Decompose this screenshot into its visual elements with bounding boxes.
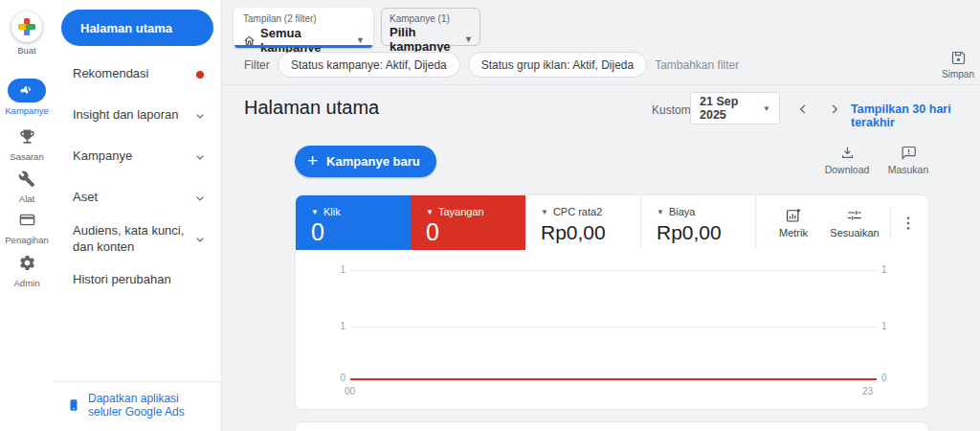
scorecard-label: Biaya [669, 206, 696, 217]
chevron-down-icon [192, 149, 208, 165]
new-campaign-button[interactable]: + Kampanye baru [295, 146, 436, 177]
mobile-app-link[interactable]: Dapatkan aplikasi seluler Google Ads [54, 381, 221, 431]
nav-item-aset[interactable]: Aset [54, 177, 221, 218]
rail-item-alat[interactable]: Alat [0, 167, 54, 204]
metrics-label: Metrik [779, 227, 808, 238]
tune-sliders-icon [846, 207, 863, 224]
create-button[interactable]: Buat [0, 11, 54, 56]
scorecard-row: ▼Klik 0 ▼Tayangan 0 ▼CPC rata2 Rp0,00 ▼B… [296, 195, 928, 250]
scorecard-value: Rp0,00 [541, 221, 640, 244]
y-axis-tick-right: 1 [881, 264, 902, 275]
gridline [350, 270, 877, 271]
y-axis-tick-left: 1 [324, 264, 345, 275]
previous-date-arrow[interactable] [794, 101, 812, 118]
new-campaign-label: Kampanye baru [326, 154, 420, 169]
filter-chip-status-grup-iklan[interactable]: Status grup iklan: Aktif, Dijeda [468, 52, 647, 78]
save-label: Simpan [942, 69, 974, 79]
campaign-selector[interactable]: Kampanye (1) Pilih kampanye ▼ [381, 8, 480, 46]
app-rail: Buat Kampanye Sasaran Alat Penagihan [0, 0, 54, 431]
save-icon [950, 50, 967, 66]
performance-chart[interactable]: 1 1 0 1 1 0 00 23 [296, 250, 928, 411]
nav-item-histori-perubahan[interactable]: Histori perubahan [54, 260, 221, 301]
chevron-down-icon [192, 191, 208, 206]
header-divider [222, 84, 980, 85]
scorecard-biaya[interactable]: ▼Biaya Rp0,00 [640, 195, 755, 250]
show-last-30-days-link[interactable]: Tampilkan 30 hari terakhir [851, 102, 980, 129]
trophy-icon [8, 125, 46, 148]
dropdown-arrow-icon: ▼ [356, 35, 365, 45]
nav-item-rekomendasi[interactable]: Rekomendasi [54, 54, 221, 95]
download-button[interactable]: Download [815, 145, 879, 175]
dropdown-arrow-icon: ▼ [464, 34, 473, 44]
rail-label-alat: Alat [19, 193, 34, 204]
rail-item-admin[interactable]: Admin [0, 251, 54, 288]
plus-icon: + [307, 151, 318, 170]
rail-label-admin: Admin [14, 278, 40, 288]
chart-metrics-icon [785, 207, 802, 224]
view-selector-value: Semua kampanye [260, 26, 351, 55]
date-mode-label: Kustom [652, 103, 691, 117]
nav-item-insight-dan-laporan[interactable]: Insight dan laporan [54, 95, 221, 136]
feedback-label: Masukan [888, 164, 929, 175]
create-label: Buat [17, 45, 36, 56]
x-axis-tick-end: 23 [862, 386, 873, 397]
scorecard-label: Klik [323, 206, 341, 217]
scorecard-value: 0 [426, 218, 525, 246]
filter-bar-label: Filter [244, 58, 270, 72]
page-title: Halaman utama [244, 97, 379, 119]
scorecard-tayangan[interactable]: ▼Tayangan 0 [411, 195, 525, 250]
y-axis-tick-left: 0 [324, 373, 345, 383]
feedback-icon [901, 145, 917, 161]
metric-dropdown-icon: ▼ [311, 208, 319, 216]
nav-item-label: Kampanye [73, 148, 132, 165]
campaign-selector-label: Kampanye (1) [382, 9, 479, 24]
filter-chips: Status kampanye: Aktif, Dijeda Status gr… [278, 52, 739, 78]
gear-icon [8, 251, 46, 275]
tools-icon [8, 167, 46, 191]
nav-item-label: Histori perubahan [73, 272, 171, 288]
notification-dot [196, 71, 204, 79]
metric-dropdown-icon: ▼ [426, 208, 434, 216]
customize-button[interactable]: Sesuaikan [824, 207, 885, 238]
controls-divider [890, 207, 891, 239]
nav-item-label: Audiens, kata kunci, dan konten [73, 223, 191, 256]
rail-label-penagihan: Penagihan [5, 235, 48, 245]
scorecard-klik[interactable]: ▼Klik 0 [296, 195, 411, 250]
scorecard-value: 0 [311, 218, 411, 246]
zero-data-line [350, 378, 877, 380]
mobile-app-link-label: Dapatkan aplikasi seluler Google Ads [88, 392, 212, 419]
next-date-arrow[interactable] [826, 101, 843, 118]
chevron-down-icon [192, 232, 208, 247]
phone-icon [67, 397, 80, 413]
add-filter-button[interactable]: Tambahkan filter [655, 58, 739, 72]
nav-item-audiens-kata-kunci[interactable]: Audiens, kata kunci, dan konten [54, 218, 221, 260]
scorecard-value: Rp0,00 [657, 221, 755, 244]
dropdown-arrow-icon: ▼ [763, 104, 770, 113]
scorecard-label: CPC rata2 [553, 206, 602, 217]
download-label: Download [825, 164, 870, 175]
credit-card-icon [8, 208, 46, 232]
view-selector[interactable]: Tampilan (2 filter) Semua kampanye ▼ [234, 8, 373, 48]
active-selector-underline [234, 45, 372, 48]
secondary-nav: Halaman utama Rekomendasi Insight dan la… [54, 0, 222, 431]
nav-item-kampanye[interactable]: Kampanye [54, 136, 221, 177]
rail-item-penagihan[interactable]: Penagihan [0, 208, 54, 245]
scorecard-cpc-rata2[interactable]: ▼CPC rata2 Rp0,00 [525, 195, 640, 250]
rail-label-kampanye: Kampanye [5, 105, 48, 116]
rail-item-kampanye[interactable]: Kampanye [0, 79, 54, 116]
create-plus-icon [11, 11, 42, 42]
x-axis-tick-start: 00 [345, 386, 355, 397]
nav-item-label: Aset [73, 190, 98, 206]
nav-item-halaman-utama-active[interactable]: Halaman utama [61, 10, 213, 46]
date-picker[interactable]: 21 Sep 2025 ▼ [690, 92, 780, 125]
chevron-down-icon [192, 108, 208, 124]
filter-chip-status-kampanye[interactable]: Status kampanye: Aktif, Dijeda [278, 52, 460, 78]
save-button[interactable]: Simpan [937, 50, 979, 79]
more-options-menu[interactable] [896, 215, 921, 232]
download-icon [839, 145, 856, 161]
metrics-button[interactable]: Metrik [763, 207, 824, 238]
feedback-button[interactable]: Masukan [880, 145, 936, 175]
customize-label: Sesuaikan [830, 227, 879, 238]
date-value: 21 Sep 2025 [700, 95, 763, 122]
rail-item-sasaran[interactable]: Sasaran [0, 125, 54, 162]
